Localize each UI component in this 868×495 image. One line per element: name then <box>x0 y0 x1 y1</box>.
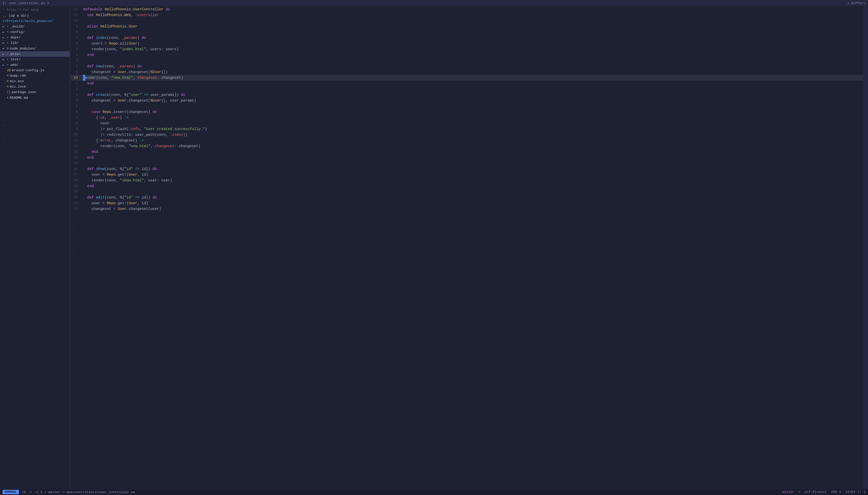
code-line: 15 <box>70 160 863 166</box>
sidebar-item-projects[interactable]: </Projects/hello_phoenix/ <box>0 18 70 24</box>
file-label: brunch-config.js <box>12 68 44 72</box>
tilde: ~ <box>70 223 75 229</box>
code-line: 7 {:ok, _user} -> <box>70 115 863 120</box>
status-bar: NORMAL +0 ~1 -2 ↯ ✯ master > web/control… <box>0 489 868 495</box>
code-area: 12 defmodule HelloPhoenix.UserController… <box>70 6 863 269</box>
tilde: ~ <box>0 129 70 135</box>
node-icon: ⊙ <box>7 46 9 51</box>
sidebar-item-config[interactable]: ▶ ▪ config/ <box>0 29 70 35</box>
buffers-button[interactable]: ◁ buffers <box>847 1 865 5</box>
sidebar-item-priv[interactable]: ▶ ▪ priv/ <box>0 51 70 57</box>
tilde: ~ <box>0 135 70 140</box>
code-editor[interactable]: 12 defmodule HelloPhoenix.UserController… <box>70 6 863 489</box>
title-bar: 1: user_controller.ex ≡ ◁ buffers <box>0 0 868 6</box>
arrow-icon: ▶ <box>3 58 6 61</box>
tilde: ~ <box>0 106 70 112</box>
folder-icon: ▪ <box>7 63 9 67</box>
code-line: 3 <box>70 58 863 64</box>
file-label: dump.rdb <box>10 74 26 78</box>
arrow-icon: ▶ <box>3 64 6 67</box>
sidebar-item-dump[interactable]: ▶ ≡ dump.rdb <box>0 73 70 79</box>
up-dir-label: .. (up a dir) <box>3 14 29 18</box>
arrow-icon: ▶ <box>3 36 6 39</box>
language-indicator: elixir <box>782 490 794 494</box>
tilde: ~ <box>70 212 75 218</box>
code-line: 11 use HelloPhoenix.Web, :controller <box>70 12 863 18</box>
tilde: ~ <box>0 112 70 118</box>
code-line: 9 alias HelloPhoenix.User <box>70 23 863 29</box>
code-line: 14 end <box>70 155 863 160</box>
code-line: 5 <box>70 103 863 109</box>
active-code-line: 13 render(conn, "new.html", changeset: c… <box>70 75 863 81</box>
code-line: 8 <box>70 29 863 35</box>
tab-filename[interactable]: 1: user_controller.ex ≡ <box>3 1 49 5</box>
code-line: 18 render(conn, "show.html", user: user) <box>70 177 863 183</box>
sidebar-item-web[interactable]: ▶ ▪ web/ <box>0 62 70 68</box>
code-line: 6 users = Repo.all(User) <box>70 41 863 46</box>
folder-icon: ▪ <box>7 57 9 62</box>
sidebar-item-test[interactable]: ▶ ▪ test/ <box>0 57 70 62</box>
db-icon: ≡ <box>7 74 9 78</box>
folder-icon: ▪ <box>7 30 9 34</box>
title-bar-left: 1: user_controller.ex ≡ <box>3 1 49 5</box>
pkg-icon: {} <box>7 90 11 94</box>
sidebar-item-node-modules[interactable]: ▶ ⊙ node_modules/ <box>0 46 70 51</box>
folder-icon: ▪ <box>7 35 9 39</box>
sidebar-item-build[interactable]: ▶ ▪ _build/ <box>0 24 70 29</box>
tilde: ~ <box>0 146 70 152</box>
tilde: ~ <box>70 263 75 269</box>
tilde: ~ <box>70 218 75 223</box>
code-line: 17 user = Repo.get!(User, id) <box>70 172 863 177</box>
arrow-icon: ▶ <box>3 25 6 28</box>
git-status: +0 ~1 -2 ↯ ✯ master > web/controllers/us… <box>22 490 135 494</box>
sidebar-item-deps[interactable]: ▶ ▪ deps/ <box>0 35 70 40</box>
code-line: 6 case Repo.insert(changeset) do <box>70 109 863 115</box>
code-line: 23 changeset = User.changeset(user) <box>70 206 863 212</box>
arrow-icon: ▶ <box>3 31 6 34</box>
code-line: 10 <box>70 18 863 23</box>
tilde: ~ <box>70 235 75 240</box>
code-line: 21 def edit(conn, %{"id" => id}) do <box>70 194 863 200</box>
code-line: 1 changeset = User.changeset(%User{}) <box>70 69 863 75</box>
help-text: " Press ? for help <box>0 6 70 13</box>
sidebar-item-lib[interactable]: ▶ ▪ lib/ <box>0 40 70 46</box>
code-line: 11 {:error, changeset} -> <box>70 138 863 143</box>
file-label: package.json <box>12 90 36 94</box>
code-line: 10 |> redirect(to: user_path(conn, :inde… <box>70 132 863 138</box>
code-line: 1 end <box>70 81 863 86</box>
sidebar-item-readme[interactable]: ▶ ⬇ README.md <box>0 95 70 101</box>
tilde: ~ <box>70 252 75 257</box>
sidebar-item-package-json[interactable]: ▶ {} package.json <box>0 89 70 95</box>
file-label: mix.lock <box>10 85 26 89</box>
folder-label: config/ <box>11 30 25 34</box>
folder-label: priv/ <box>11 52 21 56</box>
scrollbar[interactable] <box>863 6 868 489</box>
code-line: 4 changeset = User.changeset(%User{}, us… <box>70 98 863 103</box>
scroll-percentage: 20% ≡ <box>831 490 841 494</box>
sidebar-item-mix-lock[interactable]: ▶ ≡ mix.lock <box>0 84 70 89</box>
code-line: 9 |> put_flash(:info, "User created succ… <box>70 126 863 132</box>
encoding-indicator: utf-8[unix] <box>804 490 827 494</box>
tilde: ~ <box>0 101 70 106</box>
folder-icon: ▪ <box>7 52 9 56</box>
tilde: ~ <box>0 152 70 157</box>
arrow-icon: ▶ <box>3 41 6 45</box>
code-line: 22 user = Repo.get!(User, id) <box>70 200 863 206</box>
tilde: ~ <box>0 118 70 123</box>
folder-icon: ▪ <box>7 41 9 45</box>
vim-mode: NORMAL <box>3 490 19 494</box>
tilde: ~ <box>0 140 70 146</box>
sidebar-item-up-dir[interactable]: .. (up a dir) <box>0 13 70 18</box>
code-line: 13 end <box>70 149 863 155</box>
readme-icon: ⬇ <box>7 96 9 100</box>
folder-icon: ▪ <box>7 24 9 29</box>
file-label: mix.exs <box>10 79 24 83</box>
projects-label: </Projects/hello_phoenix/ <box>3 19 53 23</box>
sidebar-item-brunch[interactable]: ▶ JS brunch-config.js <box>0 68 70 73</box>
tilde: ~ <box>70 229 75 235</box>
file-label: README.md <box>10 96 28 100</box>
code-line: 16 def show(conn, %{"id" => id}) do <box>70 166 863 172</box>
cursor-position: 13/63 ℓ: 1 <box>845 490 865 494</box>
status-right: elixir < utf-8[unix] 20% ≡ 13/63 ℓ: 1 <box>782 490 865 494</box>
sidebar-item-mix-exs[interactable]: ▶ ≡ mix.exs <box>0 79 70 84</box>
